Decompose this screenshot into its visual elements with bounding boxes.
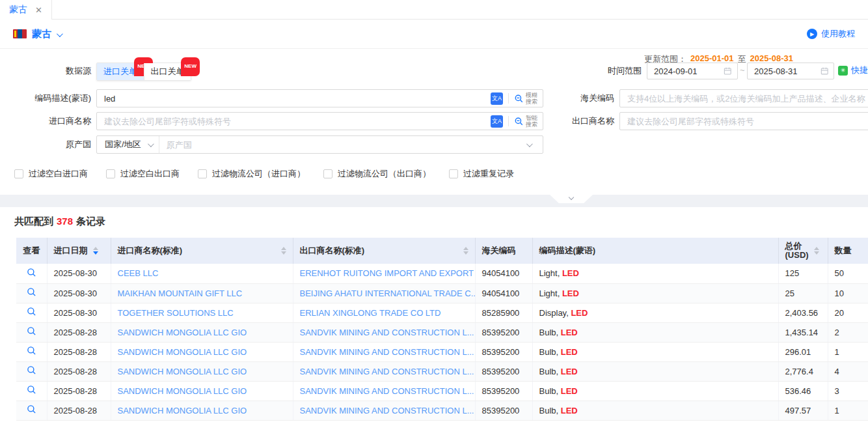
- keyword-highlight: LED: [571, 308, 588, 318]
- mongolia-flag-icon: [13, 29, 27, 38]
- view-record-button[interactable]: [27, 385, 36, 395]
- desc-cell: Light, LED: [532, 264, 778, 283]
- translate-icon[interactable]: 文A: [491, 115, 503, 128]
- view-record-button[interactable]: [27, 307, 36, 316]
- exporter-link[interactable]: ERLIAN XINGLONG TRADE CO LTD: [300, 308, 441, 318]
- col-importer[interactable]: 进口商名称(标准): [111, 238, 293, 264]
- quick-select-link[interactable]: ✳ 快捷: [838, 64, 868, 76]
- importer-link[interactable]: SANDWICH MONGOLIA LLC GIO: [118, 367, 247, 376]
- filter-blank-exporter-checkbox[interactable]: 过滤空白出口商: [106, 168, 180, 180]
- magnifier-icon: [27, 404, 36, 414]
- chevron-down-icon: [148, 141, 154, 147]
- date-end-field[interactable]: [754, 66, 821, 76]
- date-start-field[interactable]: [654, 66, 724, 76]
- filter-logistics-importer-checkbox[interactable]: 过滤物流公司（进口商）: [198, 168, 305, 180]
- hs-code-cell: 85395200: [475, 322, 532, 342]
- sort-icon[interactable]: [814, 247, 819, 255]
- qty-cell: 20: [828, 303, 868, 322]
- view-record-button[interactable]: [27, 287, 36, 297]
- exporter-link[interactable]: BEIJING AHATU INTERNATIONAL TRADE C...: [300, 288, 476, 298]
- exporter-link[interactable]: SANDVIK MINING AND CONSTRUCTION L...: [300, 367, 474, 376]
- filter-logistics-exporter-checkbox[interactable]: 过滤物流公司（出口商）: [323, 168, 431, 180]
- results-summary: 共匹配到378条记录: [0, 216, 868, 228]
- checkbox-icon: [323, 169, 332, 178]
- importer-link[interactable]: SANDWICH MONGOLIA LLC GIO: [118, 406, 247, 415]
- filter-duplicate-checkbox[interactable]: 过滤重复记录: [449, 168, 514, 180]
- sort-icon[interactable]: [463, 247, 468, 255]
- hs-code-input[interactable]: [619, 89, 868, 107]
- desc-cell: Bulb, LED: [532, 381, 778, 401]
- keyword-highlight: LED: [561, 328, 578, 337]
- exporter-input[interactable]: [619, 112, 868, 130]
- tutorial-link[interactable]: ▶ 使用教程: [807, 28, 855, 40]
- exporter-link[interactable]: SANDVIK MINING AND CONSTRUCTION L...: [300, 406, 474, 415]
- divider: [508, 93, 509, 104]
- col-total[interactable]: 总价(USD): [778, 238, 828, 264]
- date-end-input[interactable]: [747, 63, 834, 79]
- import-date-cell: 2025-08-30: [47, 303, 111, 322]
- hs-code-cell: 85395200: [475, 401, 532, 420]
- importer-link[interactable]: SANDWICH MONGOLIA LLC GIO: [118, 386, 247, 396]
- col-import-date[interactable]: 进口日期: [47, 238, 111, 264]
- table-row: 2025-08-28 SANDWICH MONGOLIA LLC GIO SAN…: [16, 381, 868, 401]
- importer-cell: SANDWICH MONGOLIA LLC GIO: [111, 342, 293, 361]
- qty-cell: 2: [828, 322, 868, 342]
- import-date-cell: 2025-08-28: [47, 342, 111, 361]
- checkbox-icon: [198, 169, 207, 178]
- importer-field[interactable]: [97, 117, 491, 126]
- origin-input[interactable]: 国家/地区: [96, 135, 543, 154]
- code-desc-field[interactable]: [97, 94, 491, 104]
- exporter-link[interactable]: SANDVIK MINING AND CONSTRUCTION L...: [300, 347, 474, 357]
- origin-field[interactable]: [159, 140, 526, 150]
- tab-mongolia[interactable]: 蒙古 ✕: [0, 0, 52, 20]
- table-row: 2025-08-30 CEEB LLC ERENHOT RUITONG IMPO…: [16, 264, 868, 283]
- exporter-cell: SANDVIK MINING AND CONSTRUCTION L...: [293, 322, 475, 342]
- qty-cell: 10: [828, 283, 868, 303]
- search-icon: [514, 117, 524, 126]
- view-record-button[interactable]: [27, 365, 36, 375]
- importer-link[interactable]: CEEB LLC: [118, 268, 159, 278]
- collapse-panel-button[interactable]: [550, 195, 593, 203]
- translate-icon[interactable]: 文A: [491, 92, 503, 105]
- country-dropdown[interactable]: [57, 28, 61, 40]
- exporter-link[interactable]: SANDVIK MINING AND CONSTRUCTION L...: [300, 386, 474, 396]
- exporter-link[interactable]: ERENHOT RUITONG IMPORT AND EXPORT ...: [300, 268, 476, 278]
- exporter-link[interactable]: SANDVIK MINING AND CONSTRUCTION L...: [300, 328, 474, 337]
- view-record-button[interactable]: [27, 326, 36, 336]
- total-cell: 536.46: [778, 381, 828, 401]
- filter-blank-importer-checkbox[interactable]: 过滤空白进口商: [14, 168, 88, 180]
- region-select[interactable]: 国家/地区: [97, 136, 159, 153]
- importer-link[interactable]: TOGETHER SOLUTIONS LLC: [118, 308, 234, 318]
- qty-cell: 1: [828, 401, 868, 420]
- filter-panel: 更新范围： 2025-01-01 至 2025-08-31 数据源 进口关单 N…: [0, 49, 868, 195]
- view-record-button[interactable]: [27, 346, 36, 356]
- col-hs-code: 海关编码: [475, 238, 532, 264]
- importer-input[interactable]: 文A 智能搜索: [96, 112, 543, 130]
- importer-link[interactable]: MAIKHAN MOUNTAIN GIFT LLC: [118, 288, 243, 298]
- importer-cell: SANDWICH MONGOLIA LLC GIO: [111, 361, 293, 381]
- magnifier-icon: [27, 307, 36, 316]
- hs-code-cell: 85395200: [475, 361, 532, 381]
- origin-label: 原产国: [0, 135, 91, 154]
- time-range-row: 时间范围 ~ ✳ 快捷: [0, 63, 868, 79]
- exporter-field[interactable]: [620, 117, 868, 126]
- code-desc-input[interactable]: 文A 模糊搜索: [96, 89, 543, 107]
- hs-code-field[interactable]: [620, 94, 868, 104]
- sort-icon[interactable]: [93, 247, 98, 255]
- import-date-cell: 2025-08-28: [47, 322, 111, 342]
- importer-cell: MAIKHAN MOUNTAIN GIFT LLC: [111, 283, 293, 303]
- view-record-button[interactable]: [27, 268, 36, 277]
- table-row: 2025-08-28 SANDWICH MONGOLIA LLC GIO SAN…: [16, 361, 868, 381]
- importer-link[interactable]: SANDWICH MONGOLIA LLC GIO: [118, 328, 247, 337]
- view-record-button[interactable]: [27, 404, 36, 414]
- date-start-input[interactable]: [647, 63, 738, 79]
- sort-icon[interactable]: [281, 247, 286, 255]
- hs-code-label: 海关编码: [534, 89, 614, 107]
- importer-link[interactable]: SANDWICH MONGOLIA LLC GIO: [118, 347, 247, 357]
- chevron-down-icon[interactable]: [526, 141, 533, 147]
- keyword-highlight: LED: [561, 347, 578, 357]
- time-range-label: 时间范围: [560, 63, 642, 79]
- col-exporter[interactable]: 出口商名称(标准): [293, 238, 475, 264]
- importer-cell: SANDWICH MONGOLIA LLC GIO: [111, 322, 293, 342]
- close-icon[interactable]: ✕: [35, 5, 42, 15]
